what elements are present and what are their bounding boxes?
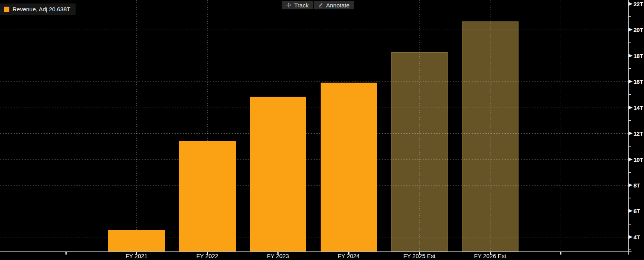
y-axis-minor-tick: [628, 224, 631, 225]
x-axis-label: FY 2022: [196, 253, 218, 259]
v-gridline: [561, 0, 561, 251]
y-axis-label: 16T: [633, 78, 643, 85]
y-axis-tick: [628, 131, 633, 135]
x-axis-tick: [560, 252, 561, 255]
bar-fy-2024[interactable]: [321, 83, 377, 251]
y-axis-label: 12T: [633, 130, 643, 137]
track-button[interactable]: Track: [282, 1, 313, 9]
x-axis-label: FY 2026 Est: [474, 253, 506, 259]
y-axis-minor-tick: [628, 42, 631, 43]
y-axis-tick: [628, 235, 633, 239]
track-icon: [286, 2, 291, 8]
v-gridline: [66, 0, 66, 251]
chart-toolbar: Track Annotate: [282, 1, 354, 9]
v-gridline: [419, 0, 420, 251]
bar-fy-2021[interactable]: [108, 230, 165, 251]
y-axis-label: 22T: [633, 0, 643, 7]
track-button-label: Track: [294, 2, 309, 9]
x-axis-label: FY 2025 Est: [403, 253, 435, 259]
y-axis-tick: [628, 106, 633, 110]
y-axis-label: 10T: [633, 156, 643, 163]
h-gridline: [0, 237, 628, 237]
y-axis-tick: [628, 80, 633, 83]
y-axis-label: 18T: [633, 52, 643, 59]
h-gridline: [0, 56, 628, 56]
y-axis-minor-tick: [628, 172, 631, 173]
y-axis-minor-tick: [628, 249, 631, 250]
x-axis-label: FY 2024: [338, 253, 360, 259]
h-gridline: [0, 133, 628, 134]
h-gridline: [0, 108, 628, 108]
y-axis-label: 8T: [633, 182, 640, 188]
bar-fy-2023[interactable]: [250, 97, 306, 251]
legend-label: Revenue, Adj 20.638T: [12, 6, 70, 12]
h-gridline: [0, 159, 628, 160]
y-axis-tick: [628, 2, 633, 6]
y-axis-label: 4T: [633, 233, 640, 240]
y-axis-tick: [628, 157, 633, 161]
y-axis-label: 6T: [633, 208, 640, 214]
y-axis-minor-tick: [628, 146, 631, 147]
y-axis-label: 14T: [633, 104, 643, 111]
x-axis-line: [0, 251, 632, 252]
x-axis-label: FY 2023: [267, 253, 289, 259]
v-gridline: [490, 0, 490, 251]
y-axis-line: [628, 0, 629, 255]
v-gridline: [136, 0, 137, 251]
y-axis-tick: [628, 209, 633, 213]
h-gridline: [0, 211, 628, 211]
h-gridline: [0, 185, 628, 186]
y-axis-tick: [628, 183, 633, 187]
legend-swatch: [4, 7, 9, 12]
x-axis-label: FY 2021: [125, 253, 147, 259]
y-axis-minor-tick: [628, 94, 631, 95]
y-axis-minor-tick: [628, 120, 631, 121]
plot-area[interactable]: [0, 0, 628, 251]
annotate-button[interactable]: Annotate: [314, 1, 354, 9]
h-gridline: [0, 30, 628, 30]
y-axis-minor-tick: [628, 68, 631, 69]
annotate-icon: [318, 2, 323, 8]
y-axis-minor-tick: [628, 16, 631, 17]
x-axis-tick: [65, 252, 67, 255]
chart-window: Revenue, Adj 20.638T Track Annotate 4T6T…: [0, 0, 644, 260]
bar-fy-2022[interactable]: [179, 141, 236, 251]
y-axis-label: 20T: [633, 27, 643, 33]
y-axis-tick: [628, 28, 633, 32]
y-axis-tick: [628, 54, 633, 58]
annotate-button-label: Annotate: [326, 2, 349, 9]
y-axis-minor-tick: [628, 198, 631, 198]
h-gridline: [0, 81, 628, 82]
legend[interactable]: Revenue, Adj 20.638T: [0, 4, 76, 15]
